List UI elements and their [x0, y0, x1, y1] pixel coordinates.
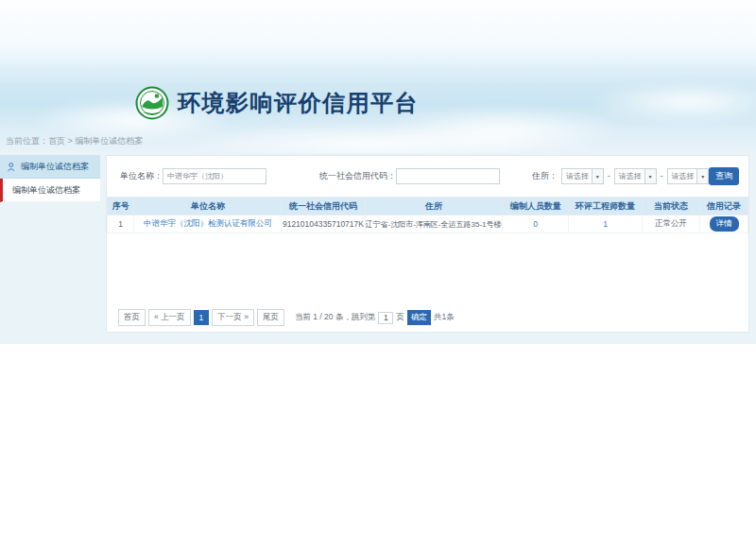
page-unit-label: 页 — [396, 312, 404, 323]
main-panel: 单位名称： 统一社会信用代码： 住所： 请选择 ▾ - 请选择 ▾ - 请选择 … — [106, 155, 749, 333]
page: 环境影响评价信用平台 当前位置：首页 > 编制单位诚信档案 编制单位诚信档案 编… — [0, 0, 756, 534]
city-select[interactable]: 请选择 ▾ — [614, 168, 657, 184]
current-page-button[interactable]: 1 — [194, 310, 210, 325]
col-credit-code: 统一社会信用代码 — [282, 198, 365, 215]
chevron-down-icon: ▾ — [592, 169, 603, 183]
row-status: 正常公开 — [643, 215, 700, 233]
pagination-info: 当前 1 / 20 条，跳到第 — [295, 312, 376, 323]
sidebar: 编制单位诚信档案 编制单位诚信档案 — [0, 155, 100, 202]
detail-button[interactable]: 详情 — [710, 216, 739, 232]
unit-name-input[interactable] — [163, 168, 266, 184]
filter-row: 单位名称： 统一社会信用代码： 住所： 请选择 ▾ - 请选择 ▾ - 请选择 … — [107, 167, 748, 184]
district-select-value: 请选择 — [668, 171, 695, 181]
sidebar-item-label: 编制单位诚信档案 — [21, 161, 89, 173]
district-select[interactable]: 请选择 ▾ — [667, 168, 710, 184]
engineer-count-link[interactable]: 1 — [603, 219, 608, 229]
col-status: 当前状态 — [643, 198, 700, 215]
search-button[interactable]: 查询 — [709, 167, 739, 185]
prev-page-button[interactable]: « 上一页 — [148, 309, 191, 326]
mee-logo-icon — [135, 86, 169, 120]
breadcrumb: 当前位置：首页 > 编制单位诚信档案 — [6, 135, 143, 147]
chevron-down-icon: ▾ — [696, 169, 708, 183]
page-jump-input[interactable] — [378, 312, 393, 324]
row-credit-code: 91210104335710717K — [282, 215, 365, 233]
chevron-down-icon: ▾ — [644, 169, 656, 183]
credit-code-input[interactable] — [396, 168, 500, 184]
jump-confirm-button[interactable]: 确定 — [407, 310, 431, 325]
table-header-row: 序号 单位名称 统一社会信用代码 住所 编制人员数量 环评工程师数量 当前状态 … — [108, 198, 748, 215]
first-page-button[interactable]: 首页 — [118, 309, 146, 326]
col-address: 住所 — [365, 198, 503, 215]
pagination: 首页 « 上一页 1 下一页 » 尾页 当前 1 / 20 条，跳到第 页 确定… — [118, 309, 455, 326]
address-label: 住所： — [532, 170, 558, 182]
col-unit-name: 单位名称 — [134, 198, 282, 215]
table-row: 1 中谱华宇（沈阳）检测认证有限公司 91210104335710717K 辽宁… — [108, 215, 748, 233]
credit-code-label: 统一社会信用代码： — [319, 170, 396, 182]
row-address: 辽宁省-沈阳市-浑南区-全运五路35-1号楼902 — [365, 215, 503, 233]
staff-count-link[interactable]: 0 — [533, 219, 538, 229]
total-count-label: 共1条 — [434, 312, 455, 323]
col-index: 序号 — [108, 198, 134, 215]
sky-banner: 环境影响评价信用平台 当前位置：首页 > 编制单位诚信档案 — [0, 0, 756, 153]
unit-name-link[interactable]: 中谱华宇（沈阳）检测认证有限公司 — [144, 218, 272, 228]
content-area: 编制单位诚信档案 编制单位诚信档案 单位名称： 统一社会信用代码： 住所： 请选… — [0, 153, 756, 344]
col-credit-record: 信用记录 — [700, 198, 748, 215]
cloud-decoration — [586, 81, 756, 123]
col-engineer-count: 环评工程师数量 — [569, 198, 643, 215]
results-table: 序号 单位名称 统一社会信用代码 住所 编制人员数量 环评工程师数量 当前状态 … — [107, 197, 748, 233]
sidebar-item-unit-credit-archive[interactable]: 编制单位诚信档案 — [0, 155, 100, 179]
province-select-value: 请选择 — [562, 171, 589, 181]
brand: 环境影响评价信用平台 — [135, 81, 419, 125]
unit-name-label: 单位名称： — [120, 170, 163, 182]
col-staff-count: 编制人员数量 — [503, 198, 569, 215]
sidebar-item-unit-credit-archive-2[interactable]: 编制单位诚信档案 — [0, 179, 100, 202]
province-select[interactable]: 请选择 ▾ — [561, 168, 604, 184]
city-select-value: 请选择 — [615, 171, 642, 181]
sidebar-item-label: 编制单位诚信档案 — [12, 184, 80, 197]
row-index: 1 — [108, 215, 134, 233]
page-title: 环境影响评价信用平台 — [178, 88, 419, 118]
person-search-icon — [7, 162, 17, 172]
next-page-button[interactable]: 下一页 » — [212, 309, 254, 326]
select-separator: - — [608, 171, 610, 181]
select-separator: - — [661, 171, 663, 181]
last-page-button[interactable]: 尾页 — [257, 309, 284, 326]
